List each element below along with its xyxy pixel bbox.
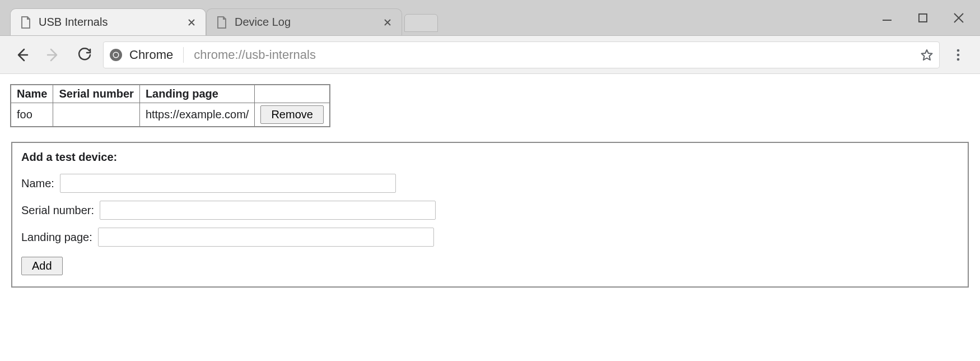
svg-point-6 bbox=[957, 58, 960, 61]
add-device-fieldset: Add a test device: Name: Serial number: … bbox=[11, 142, 969, 288]
landing-input[interactable] bbox=[98, 228, 434, 247]
cell-name: foo bbox=[11, 103, 53, 127]
address-bar[interactable]: Chrome chrome://usb-internals bbox=[103, 41, 940, 68]
separator bbox=[183, 47, 184, 63]
remove-button[interactable]: Remove bbox=[260, 105, 323, 124]
close-window-button[interactable] bbox=[949, 8, 969, 28]
tab-device-log[interactable]: Device Log bbox=[206, 8, 402, 35]
table-row: foo https://example.com/ Remove bbox=[11, 103, 330, 127]
omnibox-origin: Chrome bbox=[129, 48, 173, 62]
file-icon bbox=[216, 16, 228, 29]
page-content: Name Serial number Landing page foo http… bbox=[0, 74, 980, 298]
new-tab-button[interactable] bbox=[404, 14, 438, 32]
svg-point-5 bbox=[957, 53, 960, 56]
add-device-title: Add a test device: bbox=[21, 151, 959, 164]
tab-usb-internals[interactable]: USB Internals bbox=[10, 8, 206, 35]
window-controls bbox=[877, 0, 980, 36]
close-icon[interactable] bbox=[382, 17, 393, 27]
landing-label: Landing page: bbox=[21, 231, 92, 244]
browser-menu-button[interactable] bbox=[945, 42, 971, 68]
forward-button[interactable] bbox=[40, 42, 66, 68]
maximize-button[interactable] bbox=[913, 8, 933, 28]
svg-point-3 bbox=[114, 53, 118, 57]
table-header-landing: Landing page bbox=[139, 85, 255, 103]
table-header-name: Name bbox=[11, 85, 53, 103]
file-icon bbox=[20, 16, 32, 29]
svg-rect-0 bbox=[919, 14, 927, 22]
omnibox-url: chrome://usb-internals bbox=[194, 48, 913, 62]
chrome-icon bbox=[109, 48, 123, 62]
svg-point-4 bbox=[957, 49, 960, 52]
minimize-button[interactable] bbox=[877, 8, 897, 28]
back-button[interactable] bbox=[9, 42, 35, 68]
tab-title: Device Log bbox=[235, 16, 376, 29]
close-icon[interactable] bbox=[186, 17, 197, 27]
reload-button[interactable] bbox=[72, 42, 97, 68]
table-header-serial: Serial number bbox=[53, 85, 139, 103]
table-header-actions bbox=[255, 85, 330, 103]
serial-input[interactable] bbox=[100, 201, 436, 220]
tab-title: USB Internals bbox=[39, 16, 180, 29]
toolbar: Chrome chrome://usb-internals bbox=[0, 36, 980, 74]
name-input[interactable] bbox=[60, 174, 396, 193]
cell-landing: https://example.com/ bbox=[139, 103, 255, 127]
cell-serial bbox=[53, 103, 139, 127]
bookmark-star-icon[interactable] bbox=[920, 48, 934, 62]
add-button[interactable]: Add bbox=[21, 257, 63, 275]
cell-action: Remove bbox=[255, 103, 330, 127]
devices-table: Name Serial number Landing page foo http… bbox=[10, 84, 330, 127]
serial-label: Serial number: bbox=[21, 204, 94, 217]
name-label: Name: bbox=[21, 177, 54, 190]
tab-strip: USB Internals Device Log bbox=[0, 0, 980, 36]
